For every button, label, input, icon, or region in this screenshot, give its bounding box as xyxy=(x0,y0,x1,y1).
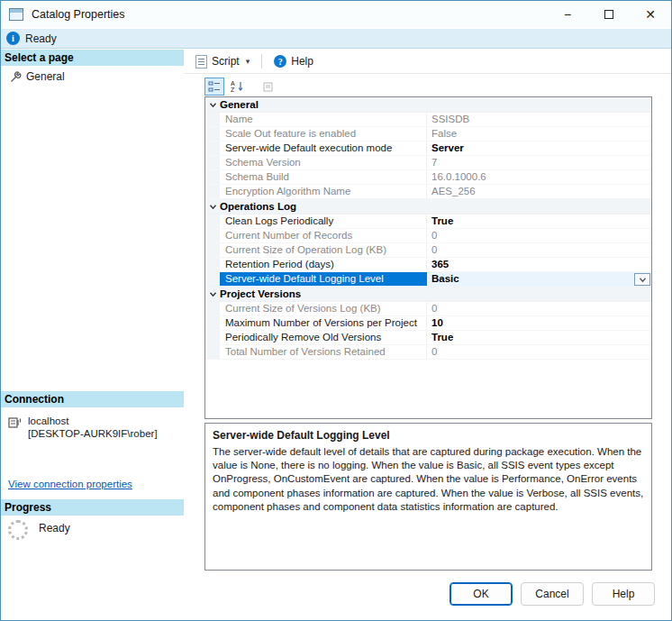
property-label: Server-wide Default Logging Level xyxy=(220,272,427,286)
property-label: Server-wide Default execution mode xyxy=(220,142,427,155)
description-text: The server-wide default level of details… xyxy=(213,445,644,514)
collapse-chevron-icon[interactable] xyxy=(205,199,220,214)
property-label: Total Number of Versions Retained xyxy=(220,345,427,359)
property-value[interactable]: 0 xyxy=(427,243,651,257)
property-row[interactable]: Total Number of Versions Retained0 xyxy=(205,345,651,360)
property-value[interactable]: 0 xyxy=(427,345,651,359)
property-row[interactable]: Server-wide Default Logging LevelBasic xyxy=(205,272,651,287)
az-sort-icon: A Z xyxy=(231,80,244,93)
collapse-chevron-icon[interactable] xyxy=(205,97,220,112)
property-label: Current Number of Records xyxy=(220,229,427,242)
row-gutter xyxy=(205,229,220,242)
row-gutter xyxy=(205,127,220,141)
category-label: Project Versions xyxy=(220,288,301,299)
property-value[interactable]: False xyxy=(427,127,651,141)
view-connection-properties-link[interactable]: View connection properties xyxy=(8,479,132,489)
row-gutter xyxy=(205,170,220,184)
property-value[interactable]: Server xyxy=(427,142,651,155)
property-pages-icon xyxy=(263,81,275,93)
property-label: Name xyxy=(220,113,427,126)
help-button-footer[interactable]: Help xyxy=(592,582,655,606)
progress-indicator: Ready xyxy=(8,520,70,540)
row-gutter xyxy=(205,243,220,257)
cancel-button[interactable]: Cancel xyxy=(521,582,584,606)
help-icon: ? xyxy=(274,55,286,68)
property-row[interactable]: Encryption Algorithm NameAES_256 xyxy=(205,185,651,199)
property-row[interactable]: Schema Build16.0.1000.6 xyxy=(205,170,651,185)
collapse-chevron-icon[interactable] xyxy=(205,287,220,301)
property-value[interactable]: 7 xyxy=(427,156,651,169)
property-row[interactable]: Clean Logs PeriodicallyTrue xyxy=(205,215,651,229)
logging-level-dropdown-button[interactable] xyxy=(634,273,650,286)
property-value[interactable]: True xyxy=(427,331,651,344)
category-row[interactable]: General xyxy=(205,97,651,113)
property-grid: GeneralNameSSISDBScale Out feature is en… xyxy=(204,96,652,419)
row-gutter xyxy=(205,156,220,169)
property-label: Current Size of Operation Log (KB) xyxy=(220,243,427,257)
property-value[interactable]: 365 xyxy=(427,258,651,271)
property-value[interactable]: True xyxy=(427,215,651,228)
property-label: Clean Logs Periodically xyxy=(220,215,427,228)
property-label: Current Size of Versions Log (KB) xyxy=(220,302,427,315)
script-label: Script xyxy=(212,55,240,68)
maximize-button[interactable] xyxy=(588,1,630,28)
categorized-view-button[interactable] xyxy=(204,78,224,96)
connection-user: [DESKTOP-AURK9IF\rober] xyxy=(28,427,158,440)
server-icon xyxy=(8,416,23,430)
alphabetical-sort-button[interactable]: A Z xyxy=(227,78,247,96)
connection-header: Connection xyxy=(1,391,184,407)
progress-status: Ready xyxy=(39,522,70,534)
property-value[interactable]: Basic xyxy=(427,272,651,286)
title-bar[interactable]: Catalog Properties − ✕ xyxy=(1,1,671,28)
sidebar-item-label: General xyxy=(26,70,65,83)
window-title: Catalog Properties xyxy=(32,8,125,21)
description-panel: Server-wide Default Logging Level The se… xyxy=(204,423,652,571)
property-label: Scale Out feature is enabled xyxy=(220,127,427,141)
script-dropdown-arrow-icon[interactable]: ▾ xyxy=(246,57,250,66)
property-row[interactable]: Retention Period (days)365 xyxy=(205,258,651,272)
footer-buttons: OK Cancel Help xyxy=(450,582,655,606)
property-row[interactable]: Schema Version7 xyxy=(205,156,651,170)
row-gutter xyxy=(205,258,220,271)
connection-server: localhost xyxy=(28,415,158,427)
property-label: Retention Period (days) xyxy=(220,258,427,271)
property-value[interactable]: AES_256 xyxy=(427,185,651,198)
property-row[interactable]: Current Size of Versions Log (KB)0 xyxy=(205,302,651,316)
ok-button[interactable]: OK xyxy=(450,582,513,606)
toolbar-separator xyxy=(261,54,262,68)
info-icon: i xyxy=(6,32,20,45)
script-button[interactable]: Script ▾ xyxy=(190,51,255,72)
row-gutter xyxy=(205,272,220,286)
help-button[interactable]: ? Help xyxy=(268,51,319,71)
category-label: General xyxy=(220,99,259,110)
catalog-properties-dialog: Catalog Properties − ✕ i Ready Select a … xyxy=(0,0,672,621)
property-row[interactable]: Scale Out feature is enabledFalse xyxy=(205,127,651,142)
row-gutter xyxy=(205,185,220,198)
property-row[interactable]: NameSSISDB xyxy=(205,113,651,127)
minimize-button[interactable]: − xyxy=(547,1,588,28)
status-text: Ready xyxy=(25,32,57,45)
property-value[interactable]: SSISDB xyxy=(427,113,651,126)
progress-spinner-icon xyxy=(8,520,28,540)
row-gutter xyxy=(205,142,220,155)
category-row[interactable]: Project Versions xyxy=(205,287,651,302)
property-row[interactable]: Current Size of Operation Log (KB)0 xyxy=(205,243,651,258)
property-value[interactable]: 0 xyxy=(427,302,651,315)
sidebar: Select a page General Connection localho… xyxy=(1,50,184,620)
property-value[interactable]: 0 xyxy=(427,229,651,242)
category-row[interactable]: Operations Log xyxy=(205,199,651,215)
property-value[interactable]: 10 xyxy=(427,316,651,330)
property-row[interactable]: Current Number of Records0 xyxy=(205,229,651,243)
row-gutter xyxy=(205,331,220,344)
property-row[interactable]: Periodically Remove Old VersionsTrue xyxy=(205,331,651,345)
window-icon xyxy=(9,8,23,21)
property-row[interactable]: Maximum Number of Versions per Project10 xyxy=(205,316,651,331)
connection-info: localhost [DESKTOP-AURK9IF\rober] xyxy=(8,415,158,440)
sidebar-item-general[interactable]: General xyxy=(5,68,70,85)
close-button[interactable]: ✕ xyxy=(630,1,671,28)
row-gutter xyxy=(205,302,220,315)
property-value[interactable]: 16.0.1000.6 xyxy=(427,170,651,184)
category-label: Operations Log xyxy=(220,201,296,212)
dialog-toolbar: Script ▾ ? Help xyxy=(184,50,671,74)
property-row[interactable]: Server-wide Default execution modeServer xyxy=(205,142,651,156)
